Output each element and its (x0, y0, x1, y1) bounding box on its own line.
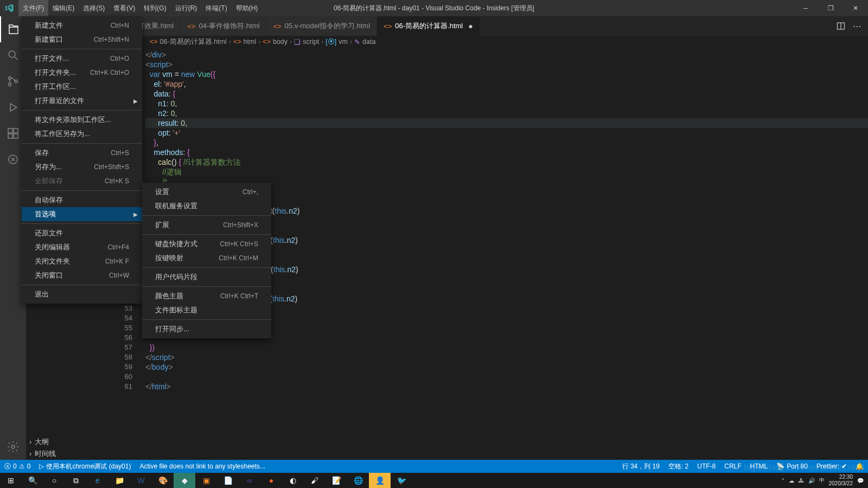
menu-item[interactable]: 将工作区另存为... (22, 127, 142, 141)
menu-item[interactable]: 打开最近的文件▶ (22, 94, 142, 108)
svg-point-3 (15, 80, 18, 83)
word-icon[interactable]: W (130, 473, 152, 488)
app-icon-2[interactable]: ◐ (282, 473, 304, 488)
editor-tabs: <>ak的学习.html <>03-跑马灯效果.html <>04-事件修饰符.… (26, 16, 868, 36)
status-stylesheet-msg[interactable]: Active file does not link to any stylesh… (135, 460, 269, 473)
settings-gear-icon[interactable] (0, 434, 26, 460)
menu-item[interactable]: 将文件夹添加到工作区... (22, 113, 142, 127)
menu-file[interactable]: 文件(F) (18, 0, 48, 16)
submenu-item[interactable]: 键盘快捷方式Ctrl+K Ctrl+S (142, 237, 271, 251)
menu-item[interactable]: 打开工作区... (22, 80, 142, 94)
timeline-toggle[interactable]: ›时间线 (26, 448, 114, 460)
title-bar: 文件(F) 编辑(E) 选择(S) 查看(V) 转到(G) 运行(R) 终端(T… (0, 0, 868, 16)
outline-toggle[interactable]: ›大纲 (26, 436, 114, 448)
menu-item[interactable]: 关闭编辑器Ctrl+F4 (22, 240, 142, 254)
tab-label: 04-事件修饰符.html (199, 21, 259, 31)
menu-item[interactable]: 全部保存Ctrl+K S (22, 174, 142, 188)
close-icon[interactable]: ● (468, 22, 473, 30)
menu-item[interactable]: 新建窗口Ctrl+Shift+N (22, 33, 142, 47)
file-menu-popup: 新建文件Ctrl+N新建窗口Ctrl+Shift+N打开文件...Ctrl+O打… (22, 16, 142, 304)
tray-cloud-icon[interactable]: ☁ (789, 478, 794, 484)
editor-tab[interactable]: <>05.v-model指令的学习.html (266, 16, 377, 36)
submenu-item[interactable]: 扩展Ctrl+Shift+X (142, 218, 271, 232)
svg-rect-5 (14, 129, 18, 133)
tray-chevron-icon[interactable]: ˄ (782, 478, 784, 484)
doc-icon[interactable]: 📄 (217, 473, 239, 488)
app-icon[interactable]: 🎨 (152, 473, 174, 488)
edge-icon[interactable]: e (87, 473, 108, 488)
app-icon-4[interactable]: 🐦 (391, 473, 412, 488)
watermark: https://blog.csdn.net/u011523853 (744, 463, 865, 472)
action-center-icon[interactable]: 💬 (857, 478, 864, 484)
menu-item[interactable]: 还原文件 (22, 226, 142, 240)
cortana-icon[interactable]: ○ (43, 473, 65, 488)
sublime-icon[interactable]: ▣ (195, 473, 217, 488)
svg-point-0 (9, 51, 15, 57)
menu-item[interactable]: 保存Ctrl+S (22, 146, 142, 160)
status-bar: ⓧ 0 ⚠ 0 ▷ 使用本机chrome调试 (day01) Active fi… (0, 460, 868, 473)
tray-volume-icon[interactable]: 🔊 (808, 478, 815, 484)
close-button[interactable]: ✕ (843, 0, 868, 16)
menu-item[interactable]: 关闭文件夹Ctrl+K F (22, 254, 142, 268)
tray-ime-icon[interactable]: 中 (819, 477, 825, 484)
submenu-item[interactable]: 用户代码片段 (142, 270, 271, 284)
status-errors[interactable]: ⓧ 0 ⚠ 0 (0, 460, 35, 473)
minimize-button[interactable]: ─ (793, 0, 818, 16)
vscode-icon (0, 3, 18, 13)
file-explorer-icon[interactable]: 📁 (108, 473, 130, 488)
status-cursor-position[interactable]: 行 34，列 19 (618, 460, 664, 473)
menu-go[interactable]: 转到(G) (139, 0, 170, 16)
task-view-icon[interactable]: ⧉ (65, 473, 87, 488)
menu-item[interactable]: 退出 (22, 287, 142, 301)
menu-item[interactable]: 自动保存 (22, 193, 142, 207)
chrome-icon[interactable]: 🌐 (347, 473, 369, 488)
editor-tab-active[interactable]: <>06-简易的计算器.html● (377, 16, 480, 36)
svg-rect-6 (8, 134, 12, 138)
menu-run[interactable]: 运行(R) (171, 0, 202, 16)
maximize-button[interactable]: ❐ (818, 0, 843, 16)
status-eol[interactable]: CRLF (720, 460, 745, 473)
menu-item[interactable]: 新建文件Ctrl+N (22, 18, 142, 33)
notes-icon[interactable]: 📝 (326, 473, 347, 488)
menu-selection[interactable]: 选择(S) (79, 0, 109, 16)
window-controls: ─ ❐ ✕ (793, 0, 868, 16)
tab-label: 06-简易的计算器.html (395, 21, 463, 31)
menu-item[interactable]: 关闭窗口Ctrl+W (22, 268, 142, 282)
breadcrumb[interactable]: <> 06-简易的计算器.html› <> html› <> body› ❑ s… (146, 36, 868, 48)
paint-icon[interactable]: 🖌 (304, 473, 326, 488)
menu-edit[interactable]: 编辑(E) (48, 0, 79, 16)
menu-terminal[interactable]: 终端(T) (201, 0, 231, 16)
submenu-item[interactable]: 打开同步... (142, 322, 271, 336)
menu-item[interactable]: 打开文件夹...Ctrl+K Ctrl+O (22, 66, 142, 80)
editor-tab[interactable]: <>04-事件修饰符.html (181, 16, 266, 36)
svg-rect-4 (8, 129, 12, 133)
submenu-item[interactable]: 按键映射Ctrl+K Ctrl+M (142, 251, 271, 265)
menu-item[interactable]: 另存为...Ctrl+Shift+S (22, 160, 142, 174)
tray-network-icon[interactable]: 🖧 (799, 478, 804, 484)
submenu-item[interactable]: 文件图标主题 (142, 303, 271, 317)
submenu-item[interactable]: 联机服务设置 (142, 199, 271, 213)
split-editor-icon[interactable] (837, 22, 845, 30)
system-tray[interactable]: ˄ ☁ 🖧 🔊 中 22:302020/3/22 💬 (782, 474, 869, 487)
vscode-insiders-icon[interactable]: ◆ (174, 473, 195, 488)
more-icon[interactable]: ⋯ (853, 21, 861, 31)
menu-bar[interactable]: 文件(F) 编辑(E) 选择(S) 查看(V) 转到(G) 运行(R) 终端(T… (18, 0, 262, 16)
status-indent[interactable]: 空格: 2 (664, 460, 693, 473)
menu-view[interactable]: 查看(V) (109, 0, 139, 16)
submenu-item[interactable]: 颜色主题Ctrl+K Ctrl+T (142, 289, 271, 303)
postman-icon[interactable]: ● (260, 473, 282, 488)
taskbar-search-icon[interactable]: 🔍 (22, 473, 43, 488)
status-encoding[interactable]: UTF-8 (693, 460, 720, 473)
menu-item[interactable]: 打开文件...Ctrl+O (22, 52, 142, 66)
submenu-item[interactable]: 设置Ctrl+, (142, 185, 271, 199)
app-icon-3[interactable]: 👤 (369, 473, 391, 488)
menu-item[interactable]: 首选项▶ (22, 207, 142, 221)
status-debug-target[interactable]: ▷ 使用本机chrome调试 (day01) (35, 460, 135, 473)
visual-studio-icon[interactable]: ∞ (239, 473, 260, 488)
svg-point-9 (11, 445, 15, 448)
clock[interactable]: 22:302020/3/22 (829, 474, 853, 487)
svg-point-2 (9, 84, 11, 86)
side-panel-footer: ›大纲 ›时间线 (26, 436, 114, 460)
menu-help[interactable]: 帮助(H) (232, 0, 263, 16)
start-button[interactable]: ⊞ (0, 473, 22, 488)
